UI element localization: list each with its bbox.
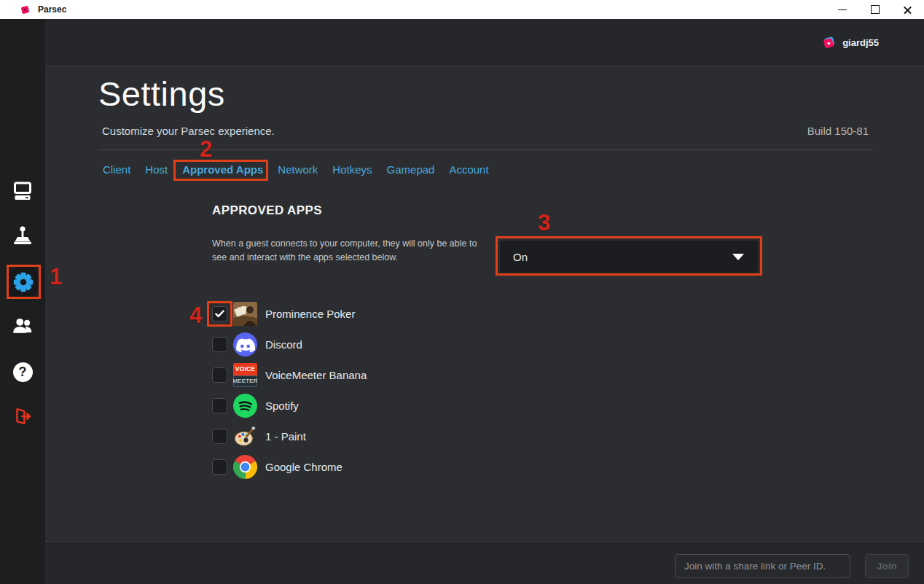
app-label: Spotify xyxy=(265,400,299,412)
maximize-button[interactable] xyxy=(858,0,891,19)
tab-network[interactable]: Network xyxy=(278,162,318,177)
sidebar-item-logout[interactable] xyxy=(10,404,35,429)
app-row[interactable]: Discord xyxy=(212,329,367,359)
app-checkbox[interactable] xyxy=(212,398,227,413)
app-checkbox[interactable] xyxy=(212,429,227,444)
close-button[interactable] xyxy=(891,0,924,19)
parsec-window: Parsec xyxy=(0,0,924,584)
voicemeeter-icon: VOICEMEETER xyxy=(233,363,257,387)
tab-account[interactable]: Account xyxy=(449,162,488,177)
user-avatar-icon xyxy=(822,36,836,50)
approved-apps-toggle-dropdown[interactable]: On xyxy=(500,241,758,273)
computer-icon xyxy=(10,179,35,203)
app-label: VoiceMeeter Banana xyxy=(265,369,367,381)
settings-tabs: Client Host Approved Apps Network Hotkey… xyxy=(103,162,489,177)
discord-icon xyxy=(233,332,257,357)
prominence-poker-icon xyxy=(233,302,257,326)
tab-approved-apps[interactable]: Approved Apps xyxy=(182,162,263,177)
app-row[interactable]: VOICEMEETER VoiceMeeter Banana xyxy=(212,359,367,390)
app-row[interactable]: Google Chrome xyxy=(212,451,367,482)
logout-icon xyxy=(11,405,34,428)
titlebar: Parsec xyxy=(0,0,924,19)
sidebar-item-friends[interactable] xyxy=(10,314,35,338)
tab-gamepad[interactable]: Gamepad xyxy=(387,162,435,177)
chrome-icon xyxy=(233,455,257,479)
header-divider xyxy=(98,149,872,150)
maximize-icon xyxy=(871,5,880,14)
dropdown-arrow-icon xyxy=(732,254,744,260)
sidebar-item-arcade[interactable] xyxy=(10,223,35,248)
username-label: giardj55 xyxy=(842,37,879,48)
app-checkbox[interactable] xyxy=(212,306,227,322)
settings-content: Settings Customize your Parsec experienc… xyxy=(45,66,924,560)
spotify-icon xyxy=(233,394,257,418)
app-row[interactable]: 1 - Paint xyxy=(212,421,367,451)
window-title: Parsec xyxy=(38,4,66,15)
page-subtitle: Customize your Parsec experience. xyxy=(102,125,275,137)
main-area: giardj55 Settings Customize your Parsec … xyxy=(45,19,924,584)
footer-bar: Join xyxy=(45,541,924,584)
join-button[interactable]: Join xyxy=(865,554,909,578)
tab-host[interactable]: Host xyxy=(145,162,168,177)
section-description: When a guest connects to your computer, … xyxy=(212,237,483,265)
app-row[interactable]: Prominence Poker xyxy=(212,298,367,329)
app-label: 1 - Paint xyxy=(265,430,306,443)
help-icon: ? xyxy=(13,362,33,382)
paint-icon xyxy=(233,424,257,448)
app-label: Google Chrome xyxy=(265,461,342,473)
window-controls xyxy=(826,0,924,19)
approved-apps-list: Prominence Poker Discord VOICEMEETER Voi… xyxy=(212,298,367,482)
gear-icon xyxy=(12,270,35,294)
sidebar-item-settings[interactable] xyxy=(7,265,40,299)
dropdown-value: On xyxy=(513,251,528,263)
page-title: Settings xyxy=(98,74,225,114)
tab-client[interactable]: Client xyxy=(103,162,130,177)
minimize-icon xyxy=(838,9,847,10)
friends-icon xyxy=(11,314,34,338)
checkmark-icon xyxy=(215,310,224,318)
sidebar-item-computers[interactable] xyxy=(10,179,35,203)
join-input[interactable] xyxy=(675,554,850,578)
parsec-logo-icon xyxy=(19,4,31,15)
sidebar-item-help[interactable]: ? xyxy=(10,359,35,384)
close-icon xyxy=(903,5,912,15)
app-checkbox[interactable] xyxy=(212,459,227,475)
tab-hotkeys[interactable]: Hotkeys xyxy=(332,162,372,177)
app-row[interactable]: Spotify xyxy=(212,390,367,421)
section-heading: APPROVED APPS xyxy=(212,203,322,218)
app-label: Discord xyxy=(265,338,302,351)
sidebar: ? xyxy=(0,19,45,584)
build-label: Build 150-81 xyxy=(807,125,869,137)
top-header: giardj55 xyxy=(45,19,924,66)
app-checkbox[interactable] xyxy=(212,337,227,352)
user-account-chip[interactable]: giardj55 xyxy=(822,36,879,50)
app-label: Prominence Poker xyxy=(265,308,355,320)
minimize-button[interactable] xyxy=(826,0,858,19)
app-checkbox[interactable] xyxy=(212,367,227,383)
arcade-icon xyxy=(10,223,35,248)
